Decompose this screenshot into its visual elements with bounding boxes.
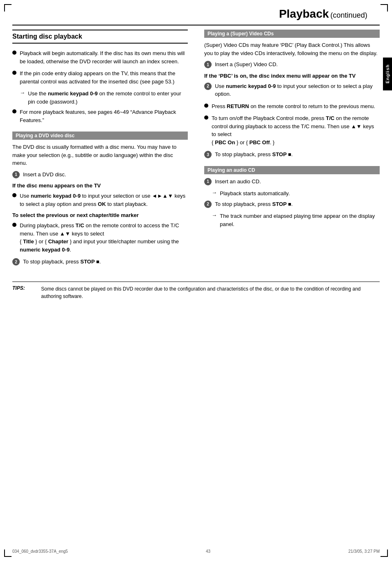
dvd-bullet2-text: During playback, press T/C on the remote… (20, 222, 188, 254)
dvd-step2: 2 To stop playback, press STOP ■. (12, 258, 188, 266)
dvd-section: Playing a DVD video disc The DVD disc is… (12, 132, 188, 266)
arrow-symbol: → (20, 90, 25, 96)
footer-right: 21/3/05, 3:27 PM (348, 549, 380, 554)
bullet-circle-2 (12, 71, 16, 75)
bullet-item-3: For more playback features, see pages 46… (12, 108, 188, 124)
super-section-header: Playing a (Super) Video CDs (204, 30, 380, 38)
page-title: Playback (279, 7, 329, 20)
page-title-bar: Playback (continued) (12, 0, 380, 25)
audio-step1-label: Insert an audio CD. (215, 178, 261, 185)
footer: 034_060_dvdr3355-37A_eng5 43 21/3/05, 3:… (12, 549, 380, 554)
super-step2: 2 Use numeric keypad 0-9 to input your s… (204, 82, 380, 98)
dvd-bullet1-text: Use numeric keypad 0-9 to input your sel… (20, 192, 188, 208)
super-step1-text: Insert a (Super) Video CD. (215, 60, 380, 69)
right-column: Playing a (Super) Video CDs (Super) Vide… (200, 30, 380, 273)
audio-arrow-text-2: The track number and elapsed playing tim… (220, 212, 380, 228)
super-step-num-2: 2 (204, 83, 212, 90)
audio-step2: 2 To stop playback, press STOP ■. (204, 200, 380, 208)
audio-step-num-2: 2 (204, 201, 212, 208)
bullet-circle-1 (12, 51, 16, 55)
starting-disc-section: Starting disc playback Playback will beg… (12, 30, 188, 124)
corner-mark-bl (4, 549, 12, 557)
super-step2-text: Use numeric keypad 0-9 to input your sel… (215, 82, 380, 98)
bullet-text-3: For more playback features, see pages 46… (20, 108, 188, 124)
audio-arrow-sym-1: → (212, 189, 217, 196)
arrow-text-1: Use the numeric keypad 0-9 on the remote… (28, 90, 188, 106)
audio-section: Playing an audio CD 1 Insert an audio CD… (204, 166, 380, 229)
dvd-bullet-circle-2 (12, 223, 16, 227)
audio-arrow-2: → The track number and elapsed playing t… (212, 212, 380, 228)
super-step-num-1: 1 (204, 61, 212, 68)
bullet-item-2: If the pin code entry dialog appears on … (12, 69, 188, 85)
language-tab: English (383, 58, 392, 90)
arrow-item-1: → Use the numeric keypad 0-9 on the remo… (20, 90, 188, 106)
footer-center: 43 (206, 549, 210, 554)
super-bullet2-text: To turn on/off the Playback Control mode… (212, 114, 380, 146)
dvd-sub-heading: To select the previous or next chapter/t… (12, 212, 188, 218)
audio-step2-text: To stop playback, press STOP ■. (215, 200, 380, 208)
super-bullet-circle-1 (204, 104, 208, 108)
dvd-step1: 1 Insert a DVD disc. (12, 171, 188, 179)
tips-text: Some discs cannot be played on this DVD … (41, 285, 380, 300)
dvd-step1-text: Insert a DVD disc. (23, 171, 188, 179)
dvd-step2-text: To stop playback, press STOP ■. (23, 258, 188, 266)
page-title-continued: (continued) (330, 11, 367, 19)
bullet-item-1: Playback will begin automatically. If th… (12, 49, 188, 65)
dvd-bullet-circle-1 (12, 193, 16, 197)
dvd-para: The DVD disc is usually formatted with a… (12, 143, 188, 167)
super-step1: 1 Insert a (Super) Video CD. (204, 60, 380, 69)
super-step3: 3 To stop playback, press STOP ■. (204, 150, 380, 159)
dvd-bullet1: Use numeric keypad 0-9 to input your sel… (12, 192, 188, 208)
corner-mark-br (380, 549, 388, 557)
bullet-text-1: Playback will begin automatically. If th… (20, 49, 188, 65)
tips-bar: TIPS: Some discs cannot be played on thi… (12, 282, 380, 300)
audio-step1-text: Insert an audio CD. (215, 178, 380, 186)
super-bullet2: To turn on/off the Playback Control mode… (204, 114, 380, 146)
super-bullet-circle-2 (204, 115, 208, 120)
audio-step1: 1 Insert an audio CD. (204, 178, 380, 186)
step-number-2: 2 (12, 258, 20, 265)
audio-section-header: Playing an audio CD (204, 166, 380, 174)
bullet-circle-3 (12, 109, 16, 113)
audio-arrow-text-1: Playback starts automatically. (220, 189, 380, 198)
corner-mark-tl (4, 4, 12, 12)
tips-label: TIPS: (12, 285, 33, 300)
bullet2-text: If the pin code entry dialog appears on … (20, 70, 175, 85)
super-para: (Super) Video CDs may feature ‘PBC’ (Pla… (204, 41, 380, 57)
step-number-1: 1 (12, 171, 20, 178)
super-bullet1: Press RETURN on the remote control to re… (204, 102, 380, 111)
audio-arrow-1: → Playback starts automatically. (212, 189, 380, 198)
corner-mark-tr (380, 4, 388, 12)
dvd-if-heading: If the disc menu appears on the TV (12, 182, 188, 189)
footer-left: 034_060_dvdr3355-37A_eng5 (12, 549, 68, 554)
audio-step-num-1: 1 (204, 178, 212, 185)
audio-arrow-sym-2: → (212, 212, 217, 218)
super-step3-text: To stop playback, press STOP ■. (215, 150, 380, 159)
section-title-starting: Starting disc playback (12, 30, 188, 44)
super-step-num-3: 3 (204, 151, 212, 158)
super-if-heading: If the ‘PBC’ is on, the disc index menu … (204, 73, 380, 79)
super-section: Playing a (Super) Video CDs (Super) Vide… (204, 30, 380, 159)
left-column: Starting disc playback Playback will beg… (12, 30, 192, 273)
main-content: Starting disc playback Playback will beg… (12, 25, 380, 273)
bullet-text-2: If the pin code entry dialog appears on … (20, 69, 188, 85)
dvd-section-header: Playing a DVD video disc (12, 132, 188, 140)
super-bullet1-text: Press RETURN on the remote control to re… (212, 102, 380, 111)
dvd-bullet2: During playback, press T/C on the remote… (12, 222, 188, 254)
